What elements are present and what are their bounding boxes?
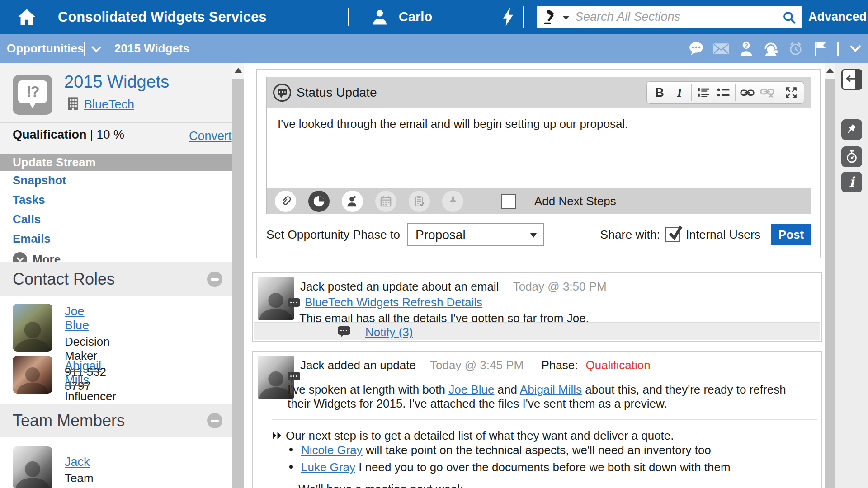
search-input[interactable] bbox=[575, 6, 769, 28]
member-mention-link[interactable]: Nicole Gray bbox=[301, 443, 363, 457]
search-icon[interactable] bbox=[782, 10, 797, 27]
share-with-label: Share with: bbox=[600, 228, 660, 242]
contact-mention-link[interactable]: Joe Blue bbox=[448, 383, 494, 396]
section-title: Team Members bbox=[13, 404, 125, 437]
contact-role: Decision Maker bbox=[65, 335, 110, 363]
italic-button[interactable]: I bbox=[670, 83, 689, 103]
quick-actions-bolt-icon[interactable] bbox=[503, 8, 513, 28]
alarm-clock-icon[interactable] bbox=[788, 41, 804, 57]
notify-link[interactable]: Notify (3) bbox=[365, 325, 413, 339]
sidebar-item-snapshot[interactable]: Snapshot bbox=[0, 171, 233, 190]
contact-photo-joe-blue[interactable] bbox=[13, 304, 52, 352]
info-icon[interactable]: i bbox=[841, 172, 862, 192]
scroll-up-arrow[interactable] bbox=[235, 68, 242, 73]
scrollbar-thumb[interactable] bbox=[232, 79, 244, 488]
status-update-input[interactable]: I've looked through the email and will b… bbox=[267, 108, 811, 188]
toolbar-chevron-down-icon[interactable] bbox=[847, 41, 863, 57]
contact-mention-link[interactable]: Abigail Mills bbox=[520, 383, 582, 396]
scroll-up-arrow[interactable] bbox=[826, 68, 834, 73]
scrollbar-thumb[interactable] bbox=[825, 79, 835, 488]
support-headset-icon[interactable] bbox=[763, 41, 779, 57]
module-bar: Opportunities 2015 Widgets ? bbox=[0, 34, 868, 63]
logo-glyph: !? bbox=[18, 80, 47, 103]
contact-name-link[interactable]: Joe Blue bbox=[65, 305, 89, 332]
member-mention-link[interactable]: Luke Gray bbox=[301, 460, 355, 474]
stage-separator: | bbox=[90, 128, 93, 141]
help-person-icon[interactable]: ? bbox=[738, 41, 754, 57]
stopwatch-icon[interactable] bbox=[841, 146, 862, 167]
sidebar-item-calls[interactable]: Calls bbox=[0, 210, 233, 229]
internal-users-label: Internal Users bbox=[686, 228, 760, 242]
collapse-team-members-button[interactable] bbox=[207, 413, 222, 428]
record-breadcrumb: 2015 Widgets bbox=[114, 34, 189, 63]
contact-photo-abigail-mills[interactable] bbox=[13, 356, 52, 394]
fullscreen-icon[interactable] bbox=[781, 83, 801, 103]
main-scrollbar bbox=[825, 63, 835, 488]
collapse-panel-icon[interactable] bbox=[841, 69, 862, 90]
search-scope-gavel-icon[interactable] bbox=[543, 10, 557, 26]
status-update-composer: Status Update B I I've looked thr bbox=[256, 69, 821, 258]
attach-file-paperclip-icon[interactable] bbox=[275, 191, 296, 212]
module-menu[interactable]: Opportunities bbox=[7, 34, 84, 63]
add-next-steps-label: Add Next Steps bbox=[523, 194, 616, 208]
right-utility-rail: i bbox=[835, 63, 868, 488]
divider bbox=[523, 6, 524, 28]
email-icon[interactable] bbox=[713, 41, 729, 57]
advanced-search-link[interactable]: Advanced bbox=[808, 0, 867, 34]
member-name-link[interactable]: Jack bbox=[65, 455, 90, 469]
next-steps-chevrons-icon bbox=[272, 429, 282, 443]
app-title: Consolidated Widgets Services bbox=[58, 0, 266, 34]
entry-timestamp: Today @ 3:45 PM bbox=[430, 358, 524, 372]
home-icon[interactable] bbox=[18, 9, 35, 27]
convert-link[interactable]: Convert bbox=[189, 129, 232, 143]
numbered-list-icon[interactable] bbox=[693, 83, 713, 103]
record-title: 2015 Widgets bbox=[64, 72, 169, 92]
sidebar-item-tasks[interactable]: Tasks bbox=[0, 190, 233, 210]
chat-bubble-icon[interactable] bbox=[688, 41, 704, 57]
entry-paragraph: I've spoken at length with both Joe Blue… bbox=[288, 383, 807, 411]
member-photo-jack[interactable] bbox=[13, 446, 52, 488]
pin-icon[interactable] bbox=[841, 119, 862, 140]
user-icon[interactable] bbox=[372, 9, 388, 28]
add-next-steps-checkbox[interactable] bbox=[501, 194, 516, 209]
pin-update-icon[interactable] bbox=[442, 191, 463, 212]
comment-bubble-icon[interactable] bbox=[338, 326, 350, 335]
entry-header: Jack added an update bbox=[300, 358, 416, 372]
current-user[interactable]: Carlo bbox=[399, 0, 432, 34]
module-chevron-down-icon[interactable] bbox=[91, 46, 101, 54]
entry-footer: Notify (3) bbox=[254, 322, 820, 340]
team-members-header: Team Members bbox=[0, 404, 233, 437]
sidebar-item-update-stream[interactable]: Update Stream bbox=[0, 154, 233, 171]
entry-header: Jack posted an update about an email bbox=[300, 280, 499, 293]
contact-name-link[interactable]: Abigail Mills bbox=[65, 359, 101, 387]
status-update-bubble-icon bbox=[273, 84, 291, 102]
stream-entry: Jack added an update Today @ 3:45 PM Pha… bbox=[252, 351, 822, 488]
account-link[interactable]: BlueTech bbox=[84, 98, 134, 112]
schedule-calendar-icon[interactable] bbox=[375, 191, 396, 212]
flag-icon[interactable] bbox=[812, 41, 829, 57]
search-scope-caret-icon[interactable] bbox=[562, 16, 570, 20]
divider bbox=[84, 42, 85, 56]
insert-link-icon[interactable] bbox=[737, 83, 757, 103]
email-subject-link[interactable]: BlueTech Widgets Refresh Details bbox=[305, 296, 482, 310]
composer-title: Status Update bbox=[297, 85, 377, 100]
stage-value: Qualification bbox=[13, 128, 87, 141]
remove-link-icon[interactable] bbox=[757, 83, 777, 103]
collapse-contact-roles-button[interactable] bbox=[207, 272, 222, 287]
building-icon bbox=[66, 97, 80, 112]
sidebar-item-emails[interactable]: Emails bbox=[0, 229, 233, 249]
next-step-text: Our next step is to get a detailed list … bbox=[286, 429, 674, 443]
clipped-paragraph: We'll have a meeting next week bbox=[298, 482, 463, 488]
contact-roles-header: Contact Roles bbox=[0, 262, 233, 296]
post-button[interactable]: Post bbox=[771, 224, 811, 245]
divider bbox=[272, 419, 817, 420]
attachment-toolbar: Add Next Steps bbox=[267, 188, 811, 214]
log-time-clock-icon[interactable] bbox=[308, 191, 330, 212]
assign-person-icon[interactable] bbox=[342, 191, 363, 212]
bullet-list-icon[interactable] bbox=[713, 83, 733, 103]
bold-button[interactable]: B bbox=[650, 83, 670, 103]
task-clipboard-icon[interactable] bbox=[409, 191, 430, 212]
phase-dropdown[interactable]: Proposal bbox=[407, 223, 544, 246]
crm-screen: Consolidated Widgets Services Carlo Adva… bbox=[0, 0, 868, 488]
internal-users-checkbox[interactable] bbox=[665, 227, 680, 242]
